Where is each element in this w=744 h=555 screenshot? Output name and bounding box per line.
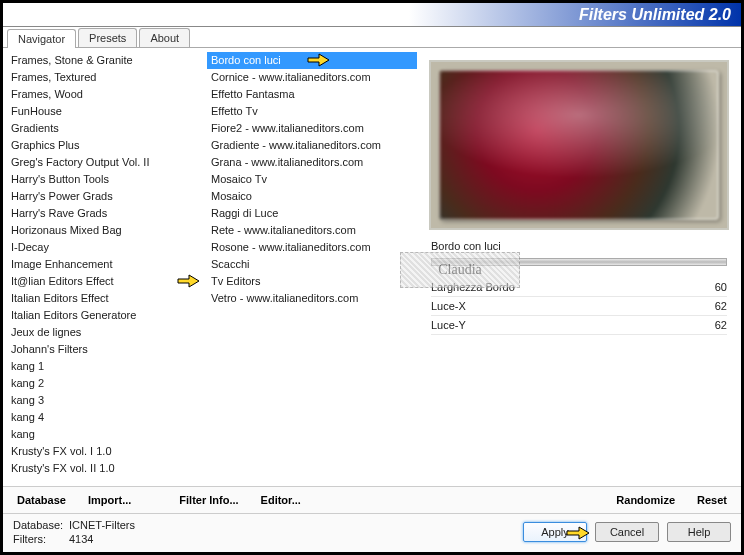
category-item[interactable]: Krusty's FX vol. I 1.0 <box>7 443 203 460</box>
category-item[interactable]: Italian Editors Generatore <box>7 307 203 324</box>
status-bar: Database:ICNET-Filters Filters:4134 Appl… <box>3 513 741 552</box>
filter-item[interactable]: Fiore2 - www.italianeditors.com <box>207 120 417 137</box>
filter-item[interactable]: Mosaico Tv <box>207 171 417 188</box>
window: Filters Unlimited 2.0 NavigatorPresetsAb… <box>0 0 744 555</box>
database-button[interactable]: Database <box>9 491 74 509</box>
filter-item[interactable]: Raggi di Luce <box>207 205 417 222</box>
filter-item[interactable]: Effetto Tv <box>207 103 417 120</box>
db-value: ICNET-Filters <box>69 519 135 531</box>
category-item[interactable]: Frames, Wood <box>7 86 203 103</box>
filter-info-button[interactable]: Filter Info... <box>171 491 246 509</box>
category-item[interactable]: kang 4 <box>7 409 203 426</box>
titlebar: Filters Unlimited 2.0 <box>3 3 741 27</box>
param-value: 60 <box>715 281 727 293</box>
param-row[interactable]: Luce-X62 <box>431 297 727 316</box>
tab-navigator[interactable]: Navigator <box>7 29 76 48</box>
category-item[interactable]: kang <box>7 426 203 443</box>
tab-about[interactable]: About <box>139 28 190 47</box>
preview-column: Bordo con luci Larghezza Bordo60Luce-X62… <box>421 52 737 482</box>
category-item[interactable]: kang 2 <box>7 375 203 392</box>
filter-name-row: Bordo con luci <box>431 240 727 254</box>
help-button[interactable]: Help <box>667 522 731 542</box>
category-item[interactable]: Krusty's FX vol. II 1.0 <box>7 460 203 477</box>
param-value: 62 <box>715 300 727 312</box>
filter-item[interactable]: Tv Editors <box>207 273 417 290</box>
randomize-button[interactable]: Randomize <box>608 491 683 509</box>
category-item[interactable]: I-Decay <box>7 239 203 256</box>
filter-item[interactable]: Scacchi <box>207 256 417 273</box>
preview-image <box>429 60 729 230</box>
filters-count-value: 4134 <box>69 533 93 545</box>
param-row[interactable]: Larghezza Bordo60 <box>431 278 727 297</box>
window-title: Filters Unlimited 2.0 <box>579 6 731 24</box>
category-item[interactable]: Jeux de lignes <box>7 324 203 341</box>
category-item[interactable]: Frames, Textured <box>7 69 203 86</box>
status-right: Apply Cancel Help <box>523 522 731 542</box>
category-item[interactable]: Gradients <box>7 120 203 137</box>
editor-button[interactable]: Editor... <box>253 491 309 509</box>
parameter-list: Larghezza Bordo60Luce-X62Luce-Y62 <box>431 278 727 335</box>
filter-item[interactable]: Rosone - www.italianeditors.com <box>207 239 417 256</box>
filter-item[interactable]: Vetro - www.italianeditors.com <box>207 290 417 307</box>
current-filter-name: Bordo con luci <box>431 240 727 254</box>
category-item[interactable]: FunHouse <box>7 103 203 120</box>
filter-item[interactable]: Gradiente - www.italianeditors.com <box>207 137 417 154</box>
category-item[interactable]: Horizonaus Mixed Bag <box>7 222 203 239</box>
filter-item[interactable]: Bordo con luci <box>207 52 417 69</box>
cancel-button[interactable]: Cancel <box>595 522 659 542</box>
category-item[interactable]: Harry's Rave Grads <box>7 205 203 222</box>
tab-bar: NavigatorPresetsAbout <box>3 26 741 48</box>
param-label: Luce-Y <box>431 319 466 331</box>
param-row[interactable]: Luce-Y62 <box>431 316 727 335</box>
category-item[interactable]: Graphics Plus <box>7 137 203 154</box>
toolbar-upper: Database Import... Filter Info... Editor… <box>3 486 741 513</box>
category-item[interactable]: Harry's Power Grads <box>7 188 203 205</box>
category-column: Frames, Stone & GraniteFrames, TexturedF… <box>7 52 203 482</box>
db-label: Database: <box>13 518 69 532</box>
filter-item[interactable]: Grana - www.italianeditors.com <box>207 154 417 171</box>
status-left: Database:ICNET-Filters Filters:4134 <box>13 518 135 546</box>
filter-item[interactable]: Mosaico <box>207 188 417 205</box>
filter-item[interactable]: Rete - www.italianeditors.com <box>207 222 417 239</box>
category-item[interactable]: kang 3 <box>7 392 203 409</box>
filter-list[interactable]: Bordo con luciCornice - www.italianedito… <box>207 52 417 482</box>
category-item[interactable]: kang 1 <box>7 358 203 375</box>
filter-item[interactable]: Effetto Fantasma <box>207 86 417 103</box>
filter-item[interactable]: Cornice - www.italianeditors.com <box>207 69 417 86</box>
import-button[interactable]: Import... <box>80 491 139 509</box>
category-item[interactable]: Frames, Stone & Granite <box>7 52 203 69</box>
main-area: Frames, Stone & GraniteFrames, TexturedF… <box>3 48 741 486</box>
param-value: 62 <box>715 319 727 331</box>
reset-button[interactable]: Reset <box>689 491 735 509</box>
apply-button[interactable]: Apply <box>523 522 587 542</box>
category-list[interactable]: Frames, Stone & GraniteFrames, TexturedF… <box>7 52 203 482</box>
tab-presets[interactable]: Presets <box>78 28 137 47</box>
category-item[interactable]: Johann's Filters <box>7 341 203 358</box>
param-label: Luce-X <box>431 300 466 312</box>
separator <box>431 258 727 266</box>
param-label: Larghezza Bordo <box>431 281 515 293</box>
category-item[interactable]: It@lian Editors Effect <box>7 273 203 290</box>
category-item[interactable]: Harry's Button Tools <box>7 171 203 188</box>
filters-count-label: Filters: <box>13 532 69 546</box>
category-item[interactable]: Image Enhancement <box>7 256 203 273</box>
preview-content <box>439 70 719 220</box>
category-item[interactable]: Greg's Factory Output Vol. II <box>7 154 203 171</box>
filter-column: Bordo con luciCornice - www.italianedito… <box>207 52 417 482</box>
category-item[interactable]: Italian Editors Effect <box>7 290 203 307</box>
